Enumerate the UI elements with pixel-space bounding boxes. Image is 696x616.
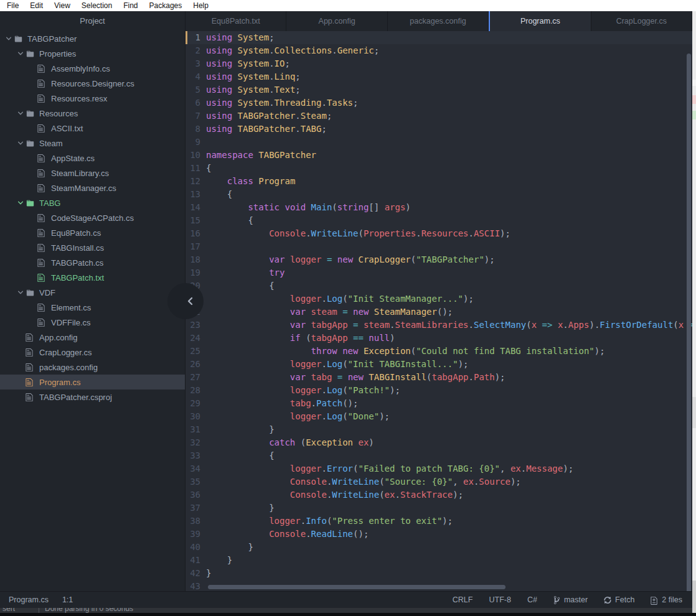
code-line-17[interactable]: 17 <box>186 240 692 253</box>
code-line-8[interactable]: 8using TABGPatcher.TABG; <box>186 123 692 136</box>
code-line-11[interactable]: 11{ <box>186 162 692 175</box>
tree-item-appstate-cs[interactable]: AppState.cs <box>0 151 185 166</box>
tree-item-steam[interactable]: Steam <box>0 136 185 151</box>
code-line-41[interactable]: 41 } <box>186 554 692 567</box>
tree-item-resources[interactable]: Resources <box>0 106 185 121</box>
code-line-32[interactable]: 32 catch (Exception ex) <box>186 436 692 449</box>
code-line-27[interactable]: 27 var tabg = new TABGInstall(tabgApp.Pa… <box>186 371 692 384</box>
status-git-changed-files[interactable]: 2 files <box>651 595 682 605</box>
tree-item-program-cs[interactable]: Program.cs <box>0 375 185 390</box>
tree-item-app-config[interactable]: App.config <box>0 330 185 345</box>
code-line-12[interactable]: 12 class Program <box>186 175 692 188</box>
code-line-6[interactable]: 6using System.Threading.Tasks; <box>186 96 692 110</box>
tree-item-codestageacpatch-cs[interactable]: CodeStageACPatch.cs <box>0 210 185 225</box>
code-line-19[interactable]: 19 try <box>186 266 692 279</box>
code-line-18[interactable]: 18 var logger = new CrapLogger("TABGPatc… <box>186 253 692 266</box>
code-line-15[interactable]: 15 { <box>186 214 692 227</box>
tab-program-cs[interactable]: Program.cs <box>489 11 591 31</box>
vertical-scrollbar[interactable] <box>687 54 691 591</box>
tree-item-ascii-txt[interactable]: ASCII.txt <box>0 121 185 136</box>
code-line-4[interactable]: 4using System.Linq; <box>186 70 692 83</box>
tree-item-craplogger-cs[interactable]: CrapLogger.cs <box>0 345 185 360</box>
file-icon <box>37 124 47 133</box>
code-line-40[interactable]: 40 } <box>186 541 692 554</box>
status-git-fetch[interactable]: Fetch <box>604 595 634 605</box>
status-git-branch[interactable]: master <box>553 595 588 605</box>
code-line-20[interactable]: 20 { <box>186 279 692 292</box>
tree-item-vdffile-cs[interactable]: VDFFile.cs <box>0 315 185 330</box>
status-encoding[interactable]: UTF-8 <box>489 595 510 604</box>
code-line-42[interactable]: 42} <box>186 567 692 580</box>
menu-find[interactable]: Find <box>118 0 143 11</box>
tree-item-steammanager-cs[interactable]: SteamManager.cs <box>0 180 185 195</box>
code-line-24[interactable]: 24 if (tabgApp == null) <box>186 332 692 345</box>
tree-item-vdf[interactable]: VDF <box>0 285 185 300</box>
code-line-9[interactable]: 9 <box>186 136 692 149</box>
tree-item-label: Steam <box>39 139 63 148</box>
status-file-name[interactable]: Program.cs <box>9 595 49 604</box>
tree-item-assemblyinfo-cs[interactable]: AssemblyInfo.cs <box>0 61 185 76</box>
horizontal-scrollbar[interactable] <box>208 585 506 589</box>
code-line-1[interactable]: 1using System; <box>186 31 692 44</box>
tab-equ8patch-txt[interactable]: Equ8Patch.txt <box>186 11 286 31</box>
tree-item-tabgpatch-txt[interactable]: TABGPatch.txt <box>0 270 185 285</box>
chevron-down-icon[interactable] <box>16 50 26 57</box>
code-line-14[interactable]: 14 static void Main(string[] args) <box>186 201 692 214</box>
menu-file[interactable]: File <box>0 0 24 11</box>
tree-item-tabg[interactable]: TABG <box>0 195 185 210</box>
code-line-2[interactable]: 2using System.Collections.Generic; <box>186 44 692 57</box>
tab-craplogger-cs[interactable]: CrapLogger.cs <box>591 11 692 31</box>
code-line-13[interactable]: 13 { <box>186 188 692 201</box>
code-line-3[interactable]: 3using System.IO; <box>186 57 692 70</box>
tree-item-tabgpatch-cs[interactable]: TABGPatch.cs <box>0 255 185 270</box>
code-line-39[interactable]: 39 Console.ReadLine(); <box>186 528 692 541</box>
code-line-10[interactable]: 10namespace TABGPatcher <box>186 149 692 162</box>
status-line-ending[interactable]: CRLF <box>453 595 473 604</box>
code-line-30[interactable]: 30 logger.Log("Done"); <box>186 410 692 423</box>
tab-packages-config[interactable]: packages.config <box>388 11 489 31</box>
tree-item-element-cs[interactable]: Element.cs <box>0 300 185 315</box>
code-line-31[interactable]: 31 } <box>186 423 692 436</box>
tree-item-equ8patch-cs[interactable]: Equ8Patch.cs <box>0 225 185 240</box>
tree-toggle-handle[interactable] <box>167 283 204 319</box>
menu-view[interactable]: View <box>49 0 76 11</box>
code-line-5[interactable]: 5using System.Text; <box>186 83 692 96</box>
code-editor[interactable]: 1using System;2using System.Collections.… <box>186 31 692 591</box>
code-line-16[interactable]: 16 Console.WriteLine(Properties.Resource… <box>186 227 692 240</box>
menu-selection[interactable]: Selection <box>76 0 118 11</box>
code-line-22[interactable]: 22 var steam = new SteamManager(); <box>186 306 692 319</box>
chevron-down-icon[interactable] <box>4 35 14 42</box>
tree-item-tabgpatcher-csproj[interactable]: TABGPatcher.csproj <box>0 390 185 404</box>
tree-item-tabginstall-cs[interactable]: TABGInstall.cs <box>0 240 185 255</box>
code-line-21[interactable]: 21 logger.Log("Init SteamManager..."); <box>186 292 692 306</box>
chevron-down-icon[interactable] <box>16 140 26 146</box>
code-line-37[interactable]: 37 } <box>186 502 692 515</box>
code-line-34[interactable]: 34 logger.Error("Failed to patch TABG: {… <box>186 462 692 475</box>
tree-item-resources-designer-cs[interactable]: Resources.Designer.cs <box>0 76 185 91</box>
chevron-down-icon[interactable] <box>16 200 26 206</box>
tree-item-tabgpatcher[interactable]: TABGPatcher <box>0 31 185 46</box>
chevron-down-icon[interactable] <box>16 110 26 116</box>
tree-item-resources-resx[interactable]: Resources.resx <box>0 91 185 106</box>
code-line-25[interactable]: 25 throw new Exception("Could not find T… <box>186 345 692 358</box>
chevron-down-icon[interactable] <box>16 289 26 296</box>
menu-edit[interactable]: Edit <box>24 0 49 11</box>
code-line-35[interactable]: 35 Console.WriteLine("Source: {0}", ex.S… <box>186 475 692 488</box>
code-line-23[interactable]: 23 var tabgApp = steam.SteamLibraries.Se… <box>186 319 692 332</box>
tree-item-properties[interactable]: Properties <box>0 46 185 61</box>
status-grammar[interactable]: C# <box>527 595 537 604</box>
menu-help[interactable]: Help <box>187 0 214 11</box>
code-line-33[interactable]: 33 { <box>186 449 692 462</box>
tree-item-steamlibrary-cs[interactable]: SteamLibrary.cs <box>0 166 185 180</box>
code-line-38[interactable]: 38 logger.Info("Press enter to exit"); <box>186 515 692 528</box>
tab-app-config[interactable]: App.config <box>286 11 387 31</box>
code-line-36[interactable]: 36 Console.WriteLine(ex.StackTrace); <box>186 488 692 502</box>
status-cursor-position[interactable]: 1:1 <box>62 595 73 604</box>
tree-item-packages-config[interactable]: packages.config <box>0 360 185 375</box>
line-number: 35 <box>186 475 206 488</box>
code-line-28[interactable]: 28 logger.Log("Patch!"); <box>186 384 692 397</box>
code-line-7[interactable]: 7using TABGPatcher.Steam; <box>186 110 692 123</box>
code-line-26[interactable]: 26 logger.Log("Init TABGInstall..."); <box>186 358 692 371</box>
menu-packages[interactable]: Packages <box>144 0 188 11</box>
code-line-29[interactable]: 29 tabg.Patch(); <box>186 397 692 410</box>
